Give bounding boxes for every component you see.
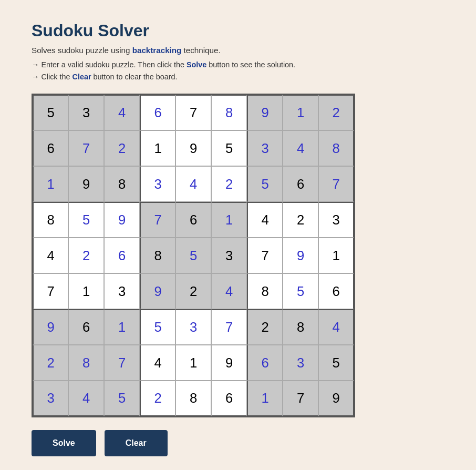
cell-5-4[interactable]: 2	[175, 273, 211, 309]
cell-6-2[interactable]: 1	[104, 309, 140, 345]
cell-5-0[interactable]: 7	[33, 273, 68, 309]
cell-7-3[interactable]: 4	[140, 345, 175, 381]
sudoku-grid: 5346789126721953481983425678597614234268…	[32, 94, 355, 417]
cell-4-4[interactable]: 5	[175, 238, 211, 273]
cell-7-6[interactable]: 6	[247, 345, 283, 381]
cell-7-1[interactable]: 8	[68, 345, 104, 381]
cell-7-8[interactable]: 5	[318, 345, 354, 381]
cell-8-2[interactable]: 5	[104, 381, 140, 416]
cell-6-6[interactable]: 2	[247, 309, 283, 345]
cell-2-3[interactable]: 3	[140, 166, 175, 202]
cell-1-6[interactable]: 3	[247, 130, 283, 166]
cell-0-3[interactable]: 6	[140, 95, 175, 130]
cell-2-1[interactable]: 9	[68, 166, 104, 202]
page-title: Sudoku Solver	[32, 21, 444, 40]
cell-5-8[interactable]: 6	[318, 273, 354, 309]
cell-8-3[interactable]: 2	[140, 381, 175, 416]
cell-4-1[interactable]: 2	[68, 238, 104, 273]
cell-7-0[interactable]: 2	[33, 345, 68, 381]
cell-8-1[interactable]: 4	[68, 381, 104, 416]
cell-1-1[interactable]: 7	[68, 130, 104, 166]
cell-8-7[interactable]: 7	[283, 381, 318, 416]
cell-2-0[interactable]: 1	[33, 166, 68, 202]
cell-5-6[interactable]: 8	[247, 273, 283, 309]
cell-1-4[interactable]: 9	[175, 130, 211, 166]
cell-3-7[interactable]: 2	[283, 202, 318, 238]
cell-2-5[interactable]: 2	[211, 166, 247, 202]
cell-1-5[interactable]: 5	[211, 130, 247, 166]
cell-5-1[interactable]: 1	[68, 273, 104, 309]
instruction-2: → Click the Clear button to clear the bo…	[32, 71, 444, 83]
cell-1-0[interactable]: 6	[33, 130, 68, 166]
cell-8-6[interactable]: 1	[247, 381, 283, 416]
cell-7-2[interactable]: 7	[104, 345, 140, 381]
cell-2-6[interactable]: 5	[247, 166, 283, 202]
cell-2-2[interactable]: 8	[104, 166, 140, 202]
cell-6-3[interactable]: 5	[140, 309, 175, 345]
cell-4-6[interactable]: 7	[247, 238, 283, 273]
cell-0-8[interactable]: 2	[318, 95, 354, 130]
cell-3-1[interactable]: 5	[68, 202, 104, 238]
cell-8-8[interactable]: 9	[318, 381, 354, 416]
cell-3-0[interactable]: 8	[33, 202, 68, 238]
clear-button[interactable]: Clear	[105, 430, 168, 456]
cell-5-7[interactable]: 5	[283, 273, 318, 309]
cell-3-4[interactable]: 6	[175, 202, 211, 238]
cell-5-5[interactable]: 4	[211, 273, 247, 309]
cell-8-4[interactable]: 8	[175, 381, 211, 416]
cell-3-3[interactable]: 7	[140, 202, 175, 238]
cell-3-6[interactable]: 4	[247, 202, 283, 238]
cell-0-7[interactable]: 1	[283, 95, 318, 130]
cell-7-4[interactable]: 1	[175, 345, 211, 381]
solve-button[interactable]: Solve	[32, 430, 96, 456]
cell-6-4[interactable]: 3	[175, 309, 211, 345]
cell-5-3[interactable]: 9	[140, 273, 175, 309]
cell-2-7[interactable]: 6	[283, 166, 318, 202]
cell-3-8[interactable]: 3	[318, 202, 354, 238]
cell-7-5[interactable]: 9	[211, 345, 247, 381]
cell-0-0[interactable]: 5	[33, 95, 68, 130]
cell-2-4[interactable]: 4	[175, 166, 211, 202]
button-row: Solve Clear	[32, 430, 444, 456]
cell-4-0[interactable]: 4	[33, 238, 68, 273]
cell-2-8[interactable]: 7	[318, 166, 354, 202]
cell-7-7[interactable]: 3	[283, 345, 318, 381]
instructions: → Enter a valid sudoku puzzle. Then clic…	[32, 59, 444, 83]
cell-1-7[interactable]: 4	[283, 130, 318, 166]
subtitle-emphasis: backtracking	[132, 46, 182, 55]
cell-1-2[interactable]: 2	[104, 130, 140, 166]
cell-0-6[interactable]: 9	[247, 95, 283, 130]
cell-4-2[interactable]: 6	[104, 238, 140, 273]
subtitle-text-before: Solves sudoku puzzle using	[32, 46, 132, 55]
cell-4-8[interactable]: 1	[318, 238, 354, 273]
cell-6-0[interactable]: 9	[33, 309, 68, 345]
cell-1-8[interactable]: 8	[318, 130, 354, 166]
subtitle-text-after: technique.	[181, 46, 220, 55]
cell-4-7[interactable]: 9	[283, 238, 318, 273]
cell-6-8[interactable]: 4	[318, 309, 354, 345]
cell-4-5[interactable]: 3	[211, 238, 247, 273]
cell-4-3[interactable]: 8	[140, 238, 175, 273]
cell-6-7[interactable]: 8	[283, 309, 318, 345]
cell-0-4[interactable]: 7	[175, 95, 211, 130]
cell-8-0[interactable]: 3	[33, 381, 68, 416]
cell-6-1[interactable]: 6	[68, 309, 104, 345]
cell-0-1[interactable]: 3	[68, 95, 104, 130]
cell-6-5[interactable]: 7	[211, 309, 247, 345]
cell-1-3[interactable]: 1	[140, 130, 175, 166]
cell-8-5[interactable]: 6	[211, 381, 247, 416]
cell-0-2[interactable]: 4	[104, 95, 140, 130]
subtitle: Solves sudoku puzzle using backtracking …	[32, 46, 444, 55]
cell-5-2[interactable]: 3	[104, 273, 140, 309]
cell-3-5[interactable]: 1	[211, 202, 247, 238]
cell-3-2[interactable]: 9	[104, 202, 140, 238]
instruction-1: → Enter a valid sudoku puzzle. Then clic…	[32, 59, 444, 71]
cell-0-5[interactable]: 8	[211, 95, 247, 130]
